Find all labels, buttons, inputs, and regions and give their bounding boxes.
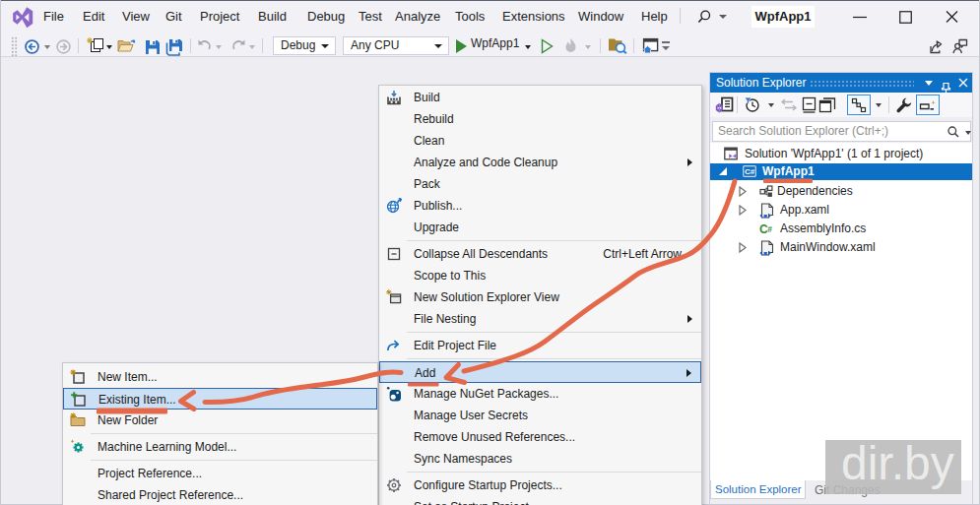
svg-text:C#: C# [745,167,755,176]
svg-text:#: # [767,224,772,234]
